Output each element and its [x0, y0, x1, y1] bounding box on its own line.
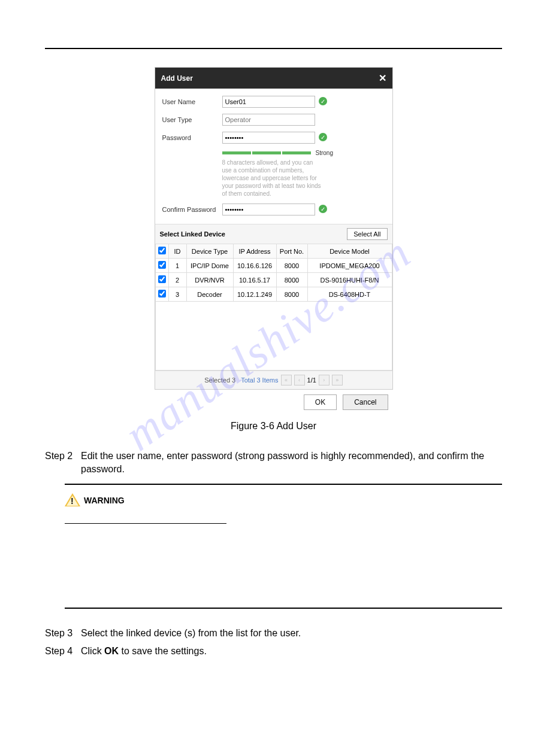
- add-user-dialog: Add User ✕ User Name ✓ User Type Passwor…: [155, 67, 393, 390]
- confirm-password-label: Confirm Password: [162, 206, 222, 213]
- usertype-label: User Type: [162, 116, 222, 123]
- password-strength-meter: Strong: [222, 150, 385, 156]
- col-port: Port No.: [276, 244, 307, 259]
- strength-label: Strong: [316, 150, 333, 156]
- linked-device-title: Select Linked Device: [160, 230, 225, 238]
- dialog-header: Add User ✕: [155, 68, 392, 89]
- pager-first-button[interactable]: «: [281, 375, 292, 385]
- col-devicetype: Device Type: [186, 244, 233, 259]
- row-checkbox[interactable]: [158, 261, 166, 269]
- row-checkbox[interactable]: [158, 290, 166, 297]
- check-icon: ✓: [319, 205, 327, 213]
- header-checkbox[interactable]: [158, 247, 166, 254]
- top-rule: [45, 48, 502, 49]
- linked-device-table: ID Device Type IP Address Port No. Devic…: [155, 244, 392, 371]
- username-input[interactable]: [222, 96, 315, 108]
- table-row: 1 IPC/IP Dome 10.16.6.126 8000 IPDOME_ME…: [155, 259, 392, 273]
- empty-area: [155, 302, 392, 371]
- password-hint: 8 characters allowed, and you can use a …: [222, 159, 324, 198]
- step-2: Step 2 Edit the user name, enter passwor…: [45, 450, 502, 476]
- pager-total: Total 3 Items: [241, 377, 278, 384]
- confirm-password-input[interactable]: [222, 204, 315, 215]
- cancel-button[interactable]: Cancel: [343, 394, 388, 410]
- col-model: Device Model: [307, 244, 392, 259]
- col-id: ID: [168, 244, 186, 259]
- warning-underline: [65, 523, 226, 524]
- warning-icon: !: [65, 493, 80, 508]
- warning-label: WARNING: [84, 496, 125, 505]
- pager-page: 1/1: [307, 377, 316, 384]
- pager-next-button[interactable]: ›: [319, 375, 330, 385]
- pager: Selected 3 Total 3 Items « ‹ 1/1 › »: [155, 371, 392, 389]
- password-label: Password: [162, 134, 222, 141]
- figure-caption: Figure 3-6 Add User: [45, 421, 502, 432]
- table-row: 2 DVR/NVR 10.16.5.17 8000 DS-9016HUHI-F8…: [155, 273, 392, 287]
- usertype-input[interactable]: [222, 114, 315, 126]
- close-icon[interactable]: ✕: [379, 72, 386, 84]
- step-3: Step 3 Select the linked device (s) from…: [45, 627, 502, 640]
- pager-prev-button[interactable]: ‹: [294, 375, 305, 385]
- ok-button[interactable]: OK: [304, 394, 337, 410]
- check-icon: ✓: [319, 133, 327, 141]
- password-input[interactable]: [222, 132, 315, 144]
- table-row: 3 Decoder 10.12.1.249 8000 DS-6408HD-T: [155, 287, 392, 302]
- check-icon: ✓: [319, 97, 327, 105]
- col-ip: IP Address: [233, 244, 276, 259]
- pager-selected: Selected 3: [204, 377, 235, 384]
- row-checkbox[interactable]: [158, 275, 166, 283]
- step-4: Step 4 Click OK to save the settings.: [45, 645, 502, 658]
- username-label: User Name: [162, 98, 222, 105]
- select-all-button[interactable]: Select All: [347, 228, 387, 240]
- dialog-title: Add User: [161, 74, 193, 83]
- warning-box: ! WARNING: [65, 484, 502, 609]
- pager-last-button[interactable]: »: [332, 375, 343, 385]
